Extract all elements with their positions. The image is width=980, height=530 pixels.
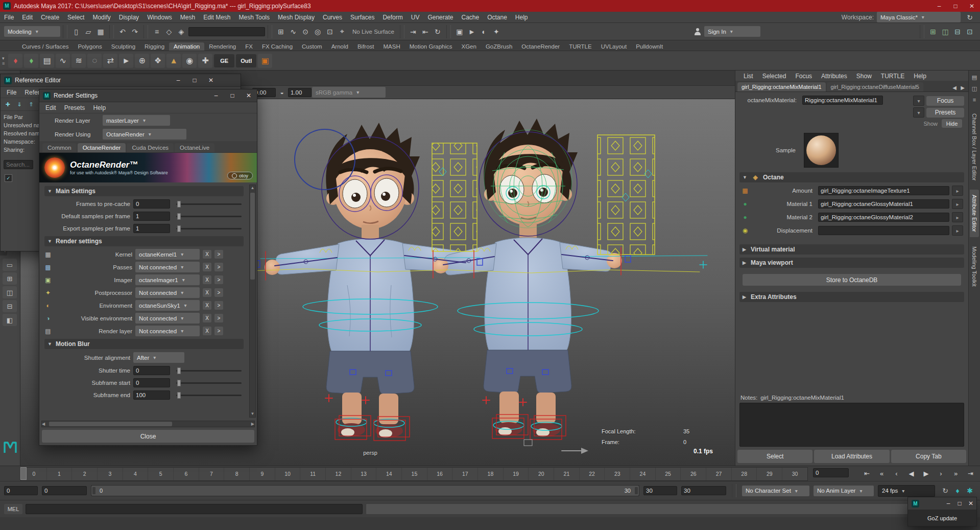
shelf-tab[interactable]: Custom	[297, 42, 327, 51]
focus-button[interactable]: Focus	[926, 96, 964, 106]
menu-item[interactable]: Mesh Display	[274, 14, 319, 21]
connection-selector[interactable]: Not connected	[135, 313, 200, 324]
attribute-slider[interactable]	[176, 382, 242, 384]
settings-tab[interactable]: OctaneLive	[175, 143, 214, 152]
material-sample-swatch[interactable]	[804, 133, 839, 168]
disconnect-button[interactable]: X	[203, 327, 211, 335]
fps-selector[interactable]: 24 fps	[878, 485, 935, 497]
menu-item[interactable]: Windows	[143, 14, 176, 21]
divider[interactable]	[446, 25, 451, 38]
shelf-tab[interactable]: FX	[241, 42, 257, 51]
virtual-material-section-header[interactable]: ▶Virtual material	[739, 244, 964, 255]
maya-viewport-section-header[interactable]: ▶Maya viewport	[739, 258, 964, 268]
motion-trail-icon[interactable]: ≋	[71, 54, 86, 68]
numeric-field[interactable]	[133, 366, 170, 375]
connection-selector[interactable]: octaneKernel1	[135, 249, 200, 260]
divider[interactable]	[920, 25, 924, 38]
horizontal-scrollbar[interactable]: ◀▶	[41, 421, 255, 427]
outliner-shelf-button[interactable]: Outl	[236, 54, 256, 67]
redo-icon[interactable]: ↷	[129, 26, 141, 37]
menu-item[interactable]: Edit Mesh	[199, 14, 234, 21]
menu-item[interactable]: Curves	[319, 14, 346, 21]
joint-tool-icon[interactable]: ◉	[182, 54, 197, 68]
node-tab[interactable]: girl_Rigging:octaneMixMaterial1	[737, 82, 826, 91]
menu-item[interactable]: Edit	[41, 104, 60, 111]
step-forward-frame-button[interactable]: ›	[934, 467, 948, 480]
open-scene-icon[interactable]: ▱	[82, 26, 94, 37]
attribute-slider[interactable]	[176, 228, 242, 229]
connection-selector[interactable]: Not connected	[135, 326, 200, 336]
search-input[interactable]	[4, 160, 33, 169]
workspace-selector[interactable]: Maya Classic*	[877, 12, 961, 22]
divider[interactable]	[268, 25, 272, 38]
menu-item[interactable]: Octane	[483, 14, 511, 21]
undo-icon[interactable]: ↶	[116, 26, 129, 37]
connection-selector[interactable]: octaneSunSky1	[135, 300, 200, 311]
select-by-object-icon[interactable]: ◇	[163, 26, 175, 37]
connect-texture-button[interactable]: ▸	[952, 186, 963, 196]
snap-to-curve-icon[interactable]: ∿	[287, 26, 299, 37]
connect-texture-button[interactable]: ▸	[952, 212, 963, 222]
output-connections-icon[interactable]: ⇤	[419, 26, 432, 37]
render-settings-section-header[interactable]: ▼Render settings	[44, 236, 244, 246]
animation-end-field[interactable]	[681, 486, 726, 495]
sign-in-selector[interactable]: Sign In	[704, 26, 760, 37]
minimize-button[interactable]: –	[931, 0, 947, 12]
close-render-settings-button[interactable]: Close	[42, 430, 254, 443]
node-tab[interactable]: girl_Rigging:octaneDiffuseMaterial5	[827, 82, 923, 91]
go-to-end-button[interactable]: ⇥	[963, 467, 978, 480]
render-current-frame-icon[interactable]: ►	[466, 26, 478, 37]
menu-item[interactable]: Surfaces	[346, 14, 378, 21]
attribute-slider[interactable]	[176, 395, 242, 396]
snap-to-projected-center-icon[interactable]: ◎	[312, 26, 324, 37]
menu-item[interactable]: File	[3, 89, 20, 96]
single-pane-layout-button[interactable]: ▭	[3, 259, 17, 271]
notes-textarea[interactable]	[739, 403, 964, 447]
time-editor-icon[interactable]: ✚	[198, 54, 212, 68]
range-slider-track[interactable]: 0 30	[91, 485, 639, 496]
attribute-value-field[interactable]	[818, 186, 949, 195]
menu-item[interactable]: Edit	[18, 14, 37, 21]
go-to-start-button[interactable]: ⇤	[859, 467, 874, 480]
channel-box-toggle-icon[interactable]: ▤	[970, 73, 979, 82]
tab-scroll-left-icon[interactable]: ◀	[951, 83, 958, 91]
render-settings-icon[interactable]: ✦	[490, 26, 503, 37]
maximize-button[interactable]: □	[947, 0, 964, 12]
show-label[interactable]: Show	[923, 121, 938, 127]
tool-settings-toggle-icon[interactable]: ≡	[970, 95, 979, 104]
shelf-tab[interactable]: Rendering	[204, 42, 241, 51]
presets-button[interactable]: Presets	[926, 108, 964, 118]
shutter-alignment-selector[interactable]: After	[133, 352, 184, 363]
ik-handle-icon[interactable]: ▲	[166, 54, 181, 68]
time-slider-track[interactable]: 0123456789101112131415161718192021222324…	[20, 467, 808, 481]
disconnect-button[interactable]: X	[203, 263, 211, 271]
select-button[interactable]: Select	[737, 450, 812, 463]
show-node-button[interactable]: >	[214, 250, 223, 259]
step-back-key-button[interactable]: «	[874, 467, 889, 480]
unload-reference-icon[interactable]: ⇑	[26, 100, 36, 109]
menu-item[interactable]: TURTLE	[877, 73, 909, 80]
shelf-options-icon[interactable]: ≡	[2, 61, 5, 65]
maximize-button[interactable]: □	[224, 89, 241, 102]
menu-item[interactable]: Display	[115, 14, 143, 21]
gamma-icon[interactable]: ◒	[276, 87, 288, 98]
render-layer-selector[interactable]: masterLayer	[103, 115, 170, 126]
vertical-scrollbar[interactable]: ▲▼	[249, 185, 256, 418]
divider[interactable]	[400, 25, 404, 38]
graph-editor-icon[interactable]: ∿	[56, 54, 70, 68]
shelf-tab[interactable]: MASH	[379, 42, 405, 51]
minimize-button[interactable]: –	[170, 74, 186, 86]
connection-selector[interactable]: Not connected	[135, 262, 200, 272]
ghost-objects-icon[interactable]: ◌	[87, 54, 102, 68]
outliner-persp-layout-button[interactable]: ◧	[3, 314, 17, 326]
playback-end-field[interactable]	[643, 486, 677, 495]
command-language-toggle[interactable]: MEL	[4, 504, 22, 514]
select-by-hierarchy-icon[interactable]: ≡	[151, 26, 163, 37]
close-button[interactable]: ✕	[965, 497, 976, 510]
four-pane-layout-button[interactable]: ⊞	[3, 272, 17, 285]
set-breakdown-icon[interactable]: ♦	[24, 54, 38, 68]
renderer-selector[interactable]: OctaneRender	[103, 129, 186, 140]
shelf-tab[interactable]: Polygons	[73, 42, 106, 51]
focus-icon[interactable]: ▾	[913, 96, 924, 106]
shelf-tab[interactable]: GoZBrush	[481, 42, 517, 51]
